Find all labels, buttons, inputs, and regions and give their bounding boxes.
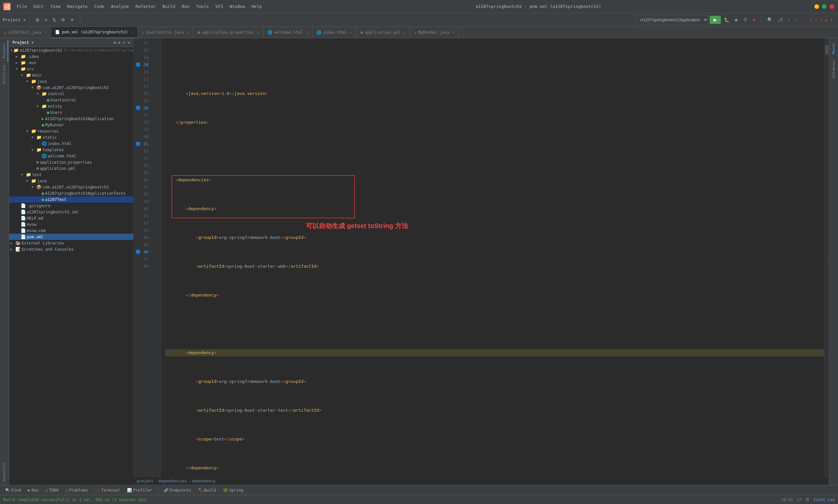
- menu-view[interactable]: View: [49, 3, 62, 10]
- breadcrumb-dependency[interactable]: dependency: [192, 479, 215, 483]
- tree-item-com[interactable]: ▼ 📦 com.a1207.a1207springbootch2: [9, 85, 133, 91]
- menu-refactor[interactable]: Refactor: [134, 3, 158, 10]
- menu-code[interactable]: Code: [93, 3, 106, 10]
- tab-usercontrol[interactable]: ☕ UserControl.java ✕: [138, 27, 194, 38]
- bottom-btn-profiler[interactable]: 📊 Profiler: [124, 487, 155, 493]
- tab-myrunner[interactable]: ☕ MyRunner.java ✕: [410, 27, 459, 38]
- tree-item-test[interactable]: ▼ 📁 test: [9, 172, 133, 178]
- bottom-btn-spring[interactable]: 🌿 Spring: [220, 487, 246, 493]
- tree-item-helpmd[interactable]: ▶ 📄 HELP.md: [9, 215, 133, 221]
- stop-button[interactable]: ■: [751, 16, 757, 23]
- tree-item-main[interactable]: ▼ 📁 main: [9, 72, 133, 78]
- search-button[interactable]: 🔍: [765, 16, 774, 23]
- tree-item-a1207test[interactable]: ▶ ● a1207Test: [9, 196, 133, 202]
- run-button[interactable]: ▶: [710, 16, 721, 24]
- sidebar-close-icon[interactable]: ✕: [128, 40, 130, 45]
- toolbar-list-btn[interactable]: ≡: [42, 16, 49, 23]
- bottom-btn-todo[interactable]: ☑ TODO: [43, 487, 61, 493]
- menu-tools[interactable]: Tools: [195, 3, 210, 10]
- menu-help[interactable]: Help: [250, 3, 263, 10]
- tree-item-pomxml[interactable]: ▶ 📄 pom.xml: [9, 234, 133, 240]
- tree-item-root[interactable]: ▼ 📁 a1207springbootch2 D:\JavaEnterprise…: [9, 47, 133, 53]
- profile-button[interactable]: ⏱: [741, 16, 749, 23]
- bottom-btn-run[interactable]: ▶ Run: [25, 487, 41, 493]
- bottom-btn-terminal[interactable]: ⬛ Terminal: [92, 487, 123, 493]
- tree-item-resources[interactable]: ▼ 📁 resources: [9, 128, 133, 134]
- tree-item-testcom[interactable]: ▼ 📦 com.a1207.a1207springbootch2: [9, 184, 133, 190]
- close-button[interactable]: [830, 4, 834, 9]
- tree-item-mvn[interactable]: ▶ 📁 .mvn: [9, 59, 133, 66]
- scrollbar-track[interactable]: |: [824, 38, 829, 477]
- git-update-button[interactable]: ↓: [786, 16, 792, 23]
- menu-build[interactable]: Build: [161, 3, 176, 10]
- sidebar-collapse-icon[interactable]: ≡: [118, 40, 121, 45]
- bottom-btn-problems[interactable]: ⚠ Problems: [63, 487, 91, 493]
- bottom-btn-endpoints[interactable]: 🔗 Endpoints: [161, 487, 194, 493]
- right-tab-maven[interactable]: Maven: [830, 40, 837, 57]
- tab-welcomehtml[interactable]: 🌐 welcome.html ✕: [264, 27, 312, 38]
- bottom-btn-find[interactable]: 🔍 Find: [3, 487, 23, 493]
- tree-item-src[interactable]: ▼ 📁 src: [9, 66, 133, 72]
- tree-item-myrunner[interactable]: ▶ ● MyRunner: [9, 122, 133, 128]
- tab-close-appprops[interactable]: ✕: [257, 31, 260, 35]
- breadcrumb-project[interactable]: project: [137, 479, 154, 483]
- breadcrumb-dependencies[interactable]: dependencies: [158, 479, 187, 483]
- left-tab-favorites[interactable]: Favorites: [1, 459, 8, 485]
- toolbar-structure-btn[interactable]: ⊞: [34, 16, 41, 23]
- tree-item-java[interactable]: ▼ 📁 java: [9, 78, 133, 85]
- tree-item-welcomehtml[interactable]: ▶ 🌐 welcome.html: [9, 153, 133, 159]
- tab-appyml[interactable]: ⚙ application.yml ✕: [356, 27, 410, 38]
- tab-close-appyml[interactable]: ✕: [404, 31, 406, 35]
- menu-window[interactable]: Window: [229, 3, 247, 10]
- menu-run[interactable]: Run: [180, 3, 191, 10]
- menu-edit[interactable]: Edit: [32, 3, 45, 10]
- tree-item-users[interactable]: ▶ ● Users: [9, 109, 133, 115]
- sidebar-gear-icon[interactable]: ⚙: [113, 40, 116, 45]
- tab-a1207test[interactable]: ☕ a1207Test.java ✕: [0, 27, 51, 38]
- sidebar-expand-icon[interactable]: ⤢: [122, 40, 126, 45]
- tree-item-templates[interactable]: ▼ 📁 templates: [9, 147, 133, 153]
- toolbar-close-btn[interactable]: ✕: [68, 16, 76, 23]
- tree-item-mvnwcmd[interactable]: ▶ 📄 mvnw.cmd: [9, 228, 133, 234]
- event-log-link[interactable]: Event Log: [814, 498, 835, 502]
- coverage-button[interactable]: ◈: [733, 16, 740, 23]
- tree-item-control[interactable]: ▼ 📁 control: [9, 91, 133, 97]
- tree-item-usercontrol[interactable]: ▶ ● UserControl: [9, 97, 133, 103]
- tree-item-gitignore[interactable]: ▶ 📄 .gitignore: [9, 202, 133, 209]
- debug-button[interactable]: 🐛: [722, 16, 731, 23]
- run-config-dropdown[interactable]: A1207springbootch2Application: [636, 15, 708, 24]
- tab-close-indexhtml[interactable]: ✕: [350, 31, 353, 35]
- tab-close-welcomehtml[interactable]: ✕: [306, 31, 308, 35]
- bottom-btn-build[interactable]: 🔨 Build: [195, 487, 219, 493]
- tree-item-static[interactable]: ▼ 📁 static: [9, 134, 133, 140]
- left-tab-project[interactable]: Project: [1, 40, 8, 61]
- tree-item-extlibs[interactable]: ▶ 📚 External Libraries: [9, 240, 133, 246]
- menu-navigate[interactable]: Navigate: [66, 3, 89, 10]
- scrollbar-thumb[interactable]: [825, 45, 828, 55]
- tree-item-mvnw[interactable]: ▶ 📄 mvnw: [9, 221, 133, 228]
- maximize-button[interactable]: [822, 4, 826, 9]
- tab-appprops[interactable]: ⚙ application.properties ✕: [194, 27, 264, 38]
- tree-item-apptests[interactable]: ▶ ● A1207springbootch2ApplicationTests: [9, 190, 133, 196]
- tab-indexhtml[interactable]: 🌐 index.html ✕: [313, 27, 357, 38]
- tree-item-testjava[interactable]: ▼ 📁 java: [9, 178, 133, 184]
- git-push-button[interactable]: ↑: [793, 16, 799, 23]
- menu-file[interactable]: File: [15, 3, 28, 10]
- tree-item-idea[interactable]: ▶ 📁 .idea: [9, 53, 133, 59]
- vcs-button[interactable]: ⎇: [776, 16, 785, 23]
- tree-item-scratches[interactable]: ▶ 📝 Scratches and Consoles: [9, 246, 133, 252]
- tree-item-iml[interactable]: ▶ 📄 a1207springbootch2.iml: [9, 209, 133, 215]
- tree-item-appprops[interactable]: ▶ ⚙ application.properties: [9, 159, 133, 165]
- tree-item-entity[interactable]: ▼ 📁 entity: [9, 103, 133, 109]
- minimize-button[interactable]: [815, 4, 819, 9]
- right-tab-database[interactable]: Database: [830, 57, 837, 81]
- code-view[interactable]: 17 18 19 🔵 20 21 22 23 24 25 🔵 26 27 28 …: [133, 38, 829, 477]
- tab-close-a1207test[interactable]: ✕: [44, 31, 47, 35]
- tree-item-appyml[interactable]: ▶ ⚙ application.yml: [9, 165, 133, 172]
- tree-item-indexhtml[interactable]: ▶ 🌐 index.html: [9, 140, 133, 147]
- tab-close-pomxml[interactable]: ✕: [131, 30, 133, 34]
- left-tab-structure[interactable]: Structure: [1, 61, 8, 88]
- tab-close-usercontrol[interactable]: ✕: [187, 31, 190, 35]
- toolbar-sort-btn[interactable]: ⇅: [50, 16, 58, 23]
- toolbar-settings-btn[interactable]: ⚙: [59, 16, 67, 23]
